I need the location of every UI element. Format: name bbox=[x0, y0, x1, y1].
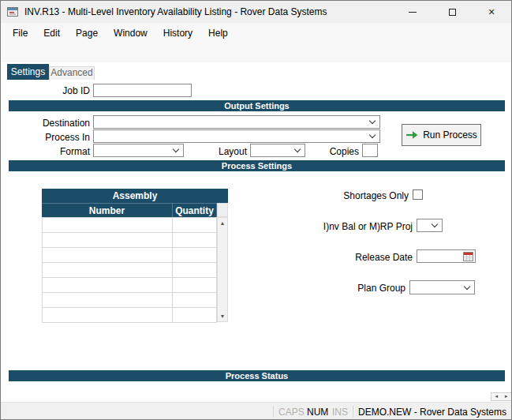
horizontal-scrollbar[interactable]: ◄ ► bbox=[491, 392, 512, 401]
quantity-cell[interactable] bbox=[173, 308, 217, 323]
main-toolbar: ? × bbox=[1, 43, 511, 62]
destination-label: Destination bbox=[9, 118, 90, 129]
layout-label: Layout bbox=[190, 146, 247, 158]
close-icon: × bbox=[488, 6, 495, 17]
app-window: INV.R13 - Multi-Level Inventory Availabi… bbox=[0, 0, 512, 420]
run-process-button[interactable]: Run Process bbox=[402, 124, 481, 146]
close-button[interactable]: × bbox=[472, 1, 511, 23]
menu-bar: File Edit Page Window History Help bbox=[1, 23, 511, 43]
job-id-label: Job ID bbox=[9, 85, 90, 97]
chevron-down-icon bbox=[369, 132, 376, 138]
copies-label: Copies bbox=[311, 146, 359, 158]
inv-bal-select[interactable] bbox=[417, 219, 443, 232]
window-title: INV.R13 - Multi-Level Inventory Availabi… bbox=[24, 6, 327, 17]
assembly-scrollbar[interactable]: ▲ ▼ bbox=[217, 217, 228, 322]
statusbar-separator bbox=[273, 406, 274, 418]
title-bar: INV.R13 - Multi-Level Inventory Availabi… bbox=[1, 1, 511, 23]
menu-file[interactable]: File bbox=[5, 23, 36, 43]
process-in-label: Process In bbox=[9, 132, 90, 144]
table-row bbox=[43, 263, 217, 278]
statusbar-separator bbox=[353, 406, 353, 418]
process-in-select[interactable] bbox=[93, 129, 380, 143]
shortages-only-checkbox[interactable] bbox=[413, 189, 423, 200]
assembly-table: Assembly Number Quantity ▲ ▼ bbox=[42, 189, 228, 323]
scroll-down-button[interactable]: ▼ bbox=[218, 311, 227, 321]
menu-edit[interactable]: Edit bbox=[36, 23, 68, 43]
number-cell[interactable] bbox=[43, 308, 173, 323]
assembly-table-title: Assembly bbox=[42, 189, 228, 203]
process-status-header: Process Status bbox=[9, 370, 505, 381]
menu-page[interactable]: Page bbox=[68, 23, 106, 43]
tab-settings[interactable]: Settings bbox=[7, 64, 49, 80]
number-cell[interactable] bbox=[43, 233, 173, 248]
process-settings-header: Process Settings bbox=[9, 160, 505, 171]
output-settings-header: Output Settings bbox=[9, 100, 505, 111]
number-cell[interactable] bbox=[43, 263, 173, 278]
run-arrow-icon bbox=[405, 130, 418, 140]
calendar-button[interactable] bbox=[462, 251, 474, 261]
scroll-right-button[interactable]: ► bbox=[502, 393, 512, 400]
inv-bal-label: I)nv Bal or M)RP Proj bbox=[285, 221, 413, 233]
chevron-down-icon bbox=[464, 283, 470, 290]
release-date-label: Release Date bbox=[316, 252, 413, 264]
quantity-cell[interactable] bbox=[173, 248, 217, 263]
assembly-table-header-row: Number Quantity bbox=[42, 203, 228, 217]
table-row bbox=[43, 308, 217, 323]
number-cell[interactable] bbox=[43, 278, 173, 293]
caps-indicator: CAPS bbox=[278, 407, 305, 418]
maximize-icon bbox=[449, 9, 456, 16]
menu-help[interactable]: Help bbox=[200, 23, 236, 43]
scrollbar-corner bbox=[217, 203, 228, 217]
table-row bbox=[43, 218, 217, 233]
quantity-cell[interactable] bbox=[173, 293, 217, 308]
release-date-input[interactable] bbox=[417, 250, 462, 262]
chevron-down-icon bbox=[432, 221, 438, 227]
table-row bbox=[43, 293, 217, 308]
quantity-cell[interactable] bbox=[173, 263, 217, 278]
menu-window[interactable]: Window bbox=[106, 23, 155, 43]
maximize-button[interactable] bbox=[432, 1, 472, 23]
copies-input[interactable] bbox=[362, 144, 378, 157]
number-cell[interactable] bbox=[43, 218, 173, 233]
column-header-number: Number bbox=[42, 203, 173, 217]
scroll-left-button[interactable]: ◄ bbox=[491, 393, 502, 400]
session-context: DEMO.NEW - Rover Data Systems bbox=[358, 407, 506, 418]
chevron-down-icon bbox=[173, 146, 179, 152]
format-select[interactable] bbox=[93, 144, 184, 157]
tab-advanced[interactable]: Advanced bbox=[49, 66, 95, 80]
job-id-input[interactable] bbox=[93, 84, 192, 97]
calendar-icon bbox=[463, 251, 473, 261]
num-indicator: NUM bbox=[307, 407, 328, 418]
app-icon bbox=[6, 6, 19, 18]
chevron-down-icon bbox=[369, 118, 376, 124]
chevron-down-icon bbox=[294, 146, 301, 152]
menu-history[interactable]: History bbox=[155, 23, 200, 43]
plan-group-select[interactable] bbox=[409, 280, 475, 294]
run-process-label: Run Process bbox=[423, 129, 477, 141]
ins-indicator: INS bbox=[332, 407, 348, 418]
scroll-up-button[interactable]: ▲ bbox=[218, 218, 227, 228]
release-date-field bbox=[417, 249, 476, 263]
table-row bbox=[43, 248, 217, 263]
quantity-cell[interactable] bbox=[173, 218, 217, 233]
quantity-cell[interactable] bbox=[173, 233, 217, 248]
status-bar: CAPS NUM INS DEMO.NEW - Rover Data Syste… bbox=[1, 402, 511, 420]
layout-select[interactable] bbox=[250, 144, 305, 157]
destination-select[interactable] bbox=[93, 115, 380, 129]
format-label: Format bbox=[9, 146, 90, 158]
minimize-button[interactable] bbox=[393, 1, 432, 23]
table-row bbox=[43, 233, 217, 248]
plan-group-label: Plan Group bbox=[308, 283, 405, 294]
number-cell[interactable] bbox=[43, 248, 173, 263]
quantity-cell[interactable] bbox=[173, 278, 217, 293]
column-header-quantity: Quantity bbox=[173, 203, 217, 217]
assembly-rows bbox=[42, 217, 217, 323]
shortages-only-label: Shortages Only bbox=[316, 190, 409, 202]
table-row bbox=[43, 278, 217, 293]
minimize-icon bbox=[409, 12, 417, 13]
number-cell[interactable] bbox=[43, 293, 173, 308]
